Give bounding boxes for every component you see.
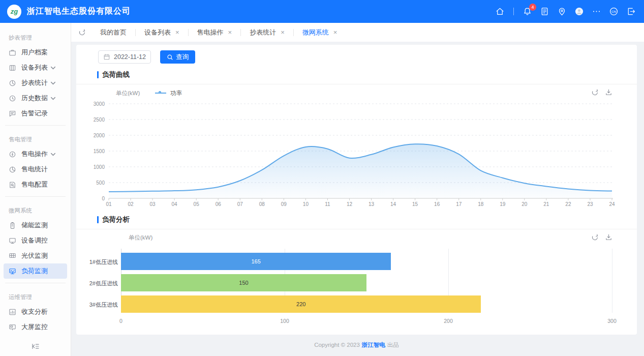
svg-text:22: 22 [565,201,571,207]
sidebar-item-alarm-record[interactable]: 告警记录 [4,106,67,121]
load-analysis-chart[interactable]: 1#低压进线1652#低压进线1503#低压进线2200100200300 [76,248,637,325]
sidebar-item-label: 历史数据 [21,94,48,103]
sidebar-group-label: 抄表管理 [4,28,67,45]
more-icon[interactable] [592,7,601,16]
alarm-record-icon [9,110,16,117]
bar-axis-tick-label: 200 [444,318,453,324]
sidebar-item-meter-stats[interactable]: 抄表统计 [4,75,67,91]
chart-download-icon[interactable] [605,88,612,96]
tab-item[interactable]: 售电操作× [189,23,241,42]
bar-category-label: 3#低压进线 [76,301,118,309]
sidebar-group-label: 运维管理 [4,287,67,304]
chevron-down-icon [49,95,57,102]
bar-axis-tick-label: 0 [119,318,122,324]
chart-toolbox [591,88,612,96]
sidebar-item-label: 售电操作 [21,150,48,159]
copyright-text: Copyright © 2023 [314,342,360,348]
tab-item[interactable]: 抄表统计× [241,23,293,42]
svg-text:500: 500 [96,180,105,186]
svg-text:14: 14 [390,201,396,207]
sidebar-divider [5,283,66,283]
footer-suffix: 出品 [387,341,399,349]
bar-value-label: 150 [239,280,248,286]
tab-close-icon[interactable]: × [333,29,338,36]
svg-text:12: 12 [347,201,353,207]
tab-item[interactable]: 设备列表× [136,23,188,42]
section-accent-bar [97,71,99,78]
bar-3[interactable]: 220 [121,295,481,313]
tab-label: 微网系统 [302,28,329,37]
sidebar-divider [5,196,66,197]
load-curve-chart[interactable]: 0500100015002000250030000102030405060708… [76,100,637,211]
device-list-icon [9,64,16,72]
sidebar-collapse-bar [0,337,71,356]
sidebar-item-finance-analysis[interactable]: 收支分析 [4,304,67,319]
tab-item[interactable]: 微网系统× [294,23,346,42]
sidebar-item-label: 光伏监测 [21,251,48,260]
chart-download-icon[interactable] [605,233,612,241]
company-name: 浙江智电生态股份有限公司 [27,6,131,17]
sidebar-item-power-sale-config[interactable]: 售电配置 [4,177,67,192]
svg-text:01: 01 [106,201,112,207]
bar-gridline [612,249,612,313]
svg-text:23: 23 [587,201,593,207]
svg-text:06: 06 [216,201,222,207]
language-icon[interactable]: CN [609,7,619,16]
main-content: 2022-11-12 查询 负荷曲线 单位(kW) [71,42,644,356]
refresh-tabs-icon[interactable] [78,28,86,36]
sidebar-item-pv-monitor[interactable]: 光伏监测 [4,248,67,263]
sidebar-item-power-sale-stats[interactable]: 售电统计 [4,162,67,177]
sidebar-item-user-archive[interactable]: 用户档案 [4,45,67,60]
date-value: 2022-11-12 [114,53,146,61]
sidebar-group-label: 微网系统 [4,201,67,218]
bar-value-label: 220 [296,301,305,307]
bar-1[interactable]: 165 [121,253,391,270]
date-picker-input[interactable]: 2022-11-12 [98,50,151,64]
legend-line-marker-icon [155,93,166,94]
chart-toolbox [591,233,612,241]
notification-icon[interactable]: 4 [523,7,532,16]
sidebar-item-device-list[interactable]: 设备列表 [4,60,67,75]
svg-text:2500: 2500 [94,117,105,123]
tab-label: 抄表统计 [250,28,276,37]
history-data-icon [9,95,16,102]
sidebar-item-load-monitor[interactable]: 负荷监测 [4,263,67,279]
avatar-icon[interactable] [574,7,584,16]
svg-text:3000: 3000 [94,101,105,107]
sidebar-item-label: 储能监测 [21,221,48,230]
tab-label: 我的首页 [100,28,127,37]
svg-text:13: 13 [369,201,375,207]
legend-item-power[interactable]: 功率 [155,90,182,97]
collapse-sidebar-icon[interactable] [32,342,40,350]
chart-refresh-icon[interactable] [591,88,599,96]
power-sale-stats-icon [9,166,16,173]
sidebar-item-energy-storage[interactable]: 储能监测 [4,218,67,233]
tab-close-icon[interactable]: × [175,29,179,36]
tab-close-icon[interactable]: × [281,29,285,36]
page-footer: Copyright © 2023 浙江智电 出品 [76,335,637,355]
sidebar-item-device-control[interactable]: 设备调控 [4,233,67,248]
logout-icon[interactable] [626,7,636,16]
location-icon[interactable] [557,7,567,16]
bar-axis-tick-label: 300 [607,318,617,324]
footer-brand-link[interactable]: 浙江智电 [362,341,385,349]
chevron-down-icon [49,64,57,72]
bar-value-label: 165 [251,258,260,264]
home-icon[interactable] [495,7,505,16]
sidebar-item-big-screen[interactable]: 大屏监控 [4,319,67,335]
legend-label: 功率 [170,90,182,97]
sidebar-item-history-data[interactable]: 历史数据 [4,91,67,106]
query-button-label: 查询 [176,53,189,62]
svg-text:16: 16 [434,201,440,207]
chart-refresh-icon[interactable] [591,233,599,241]
tab-item[interactable]: 我的首页 [91,23,135,42]
sidebar-item-power-sale-operate[interactable]: 售电操作 [4,146,67,162]
bar-2[interactable]: 150 [121,274,366,291]
svg-text:21: 21 [543,201,549,207]
tab-label: 设备列表 [144,28,171,37]
svg-text:15: 15 [412,201,418,207]
tab-close-icon[interactable]: × [228,29,232,36]
svg-text:11: 11 [325,201,330,207]
query-button[interactable]: 查询 [160,50,195,64]
document-icon[interactable] [540,7,549,16]
